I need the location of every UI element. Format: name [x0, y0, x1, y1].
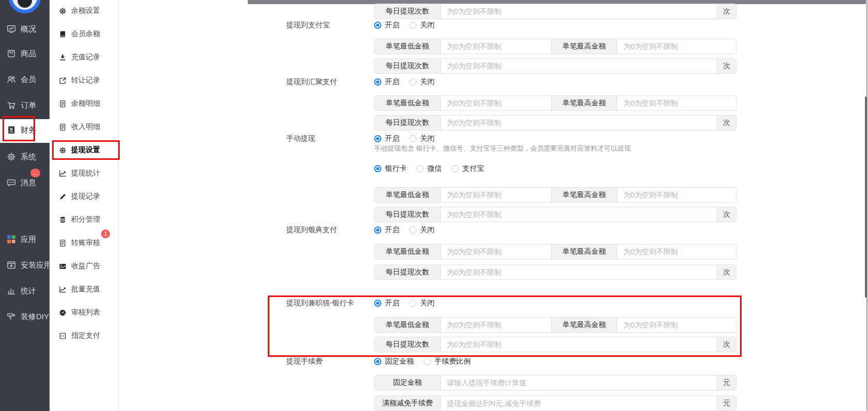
dashboard-icon	[59, 309, 67, 317]
submenu-item-提现统计[interactable]: 提现统计	[50, 166, 119, 181]
radio-option-支付宝[interactable]: 支付宝	[452, 164, 484, 173]
text-input[interactable]	[441, 116, 717, 130]
input-suffix: 次	[717, 59, 736, 73]
radio-icon[interactable]	[374, 78, 381, 86]
radio-option-开启[interactable]: 开启	[374, 134, 399, 143]
input-group-label: 单笔最高金额	[551, 96, 617, 110]
sidebar-item-财务[interactable]: 财务	[0, 121, 50, 139]
radio-option-固定金额[interactable]: 固定金额	[374, 357, 414, 366]
手动提现-radio-group: 开启关闭	[374, 134, 444, 143]
submenu-item-收益广告[interactable]: 收益广告	[50, 258, 119, 274]
submenu-item-转账审核[interactable]: 转账审核	[50, 235, 119, 251]
submenu-item-积分管理[interactable]: 积分管理	[50, 212, 119, 227]
text-input[interactable]	[617, 318, 736, 332]
radio-icon[interactable]	[424, 358, 431, 365]
text-input[interactable]	[441, 4, 717, 19]
radio-icon[interactable]	[409, 78, 416, 86]
radio-icon[interactable]	[416, 165, 424, 172]
sidebar-item-概况[interactable]: 概况	[0, 20, 50, 38]
system-icon	[7, 152, 16, 161]
sidebar-item-会员[interactable]: 会员	[0, 71, 50, 88]
submenu-item-充值记录[interactable]: 充值记录	[50, 50, 119, 65]
text-input[interactable]	[441, 375, 717, 390]
radio-option-银行卡[interactable]: 银行卡	[374, 164, 407, 173]
radio-option-开启[interactable]: 开启	[374, 225, 399, 235]
submenu-item-余额设置[interactable]: 余额设置	[50, 3, 119, 19]
radio-label: 开启	[385, 77, 399, 87]
sidebar-item-label: 商品	[21, 49, 36, 59]
radio-label: 关闭	[420, 134, 435, 143]
input-suffix: 元	[717, 375, 736, 390]
text-input[interactable]	[617, 244, 736, 259]
text-input[interactable]	[441, 396, 717, 410]
text-input[interactable]	[441, 244, 551, 259]
sidebar-item-安装应用[interactable]: 安装应用	[0, 256, 50, 274]
radio-option-开启[interactable]: 开启	[374, 299, 399, 308]
radio-icon[interactable]	[374, 165, 381, 172]
sidebar-item-label: 系统	[21, 152, 36, 162]
input-group-row: 每日提现次数次	[374, 115, 736, 130]
sidebar-item-订单[interactable]: 订单	[0, 96, 50, 114]
submenu-item-提现记录[interactable]: 提现记录	[50, 189, 119, 204]
text-input[interactable]	[617, 96, 736, 110]
input-group-label: 单笔最高金额	[551, 244, 617, 259]
radio-option-关闭[interactable]: 关闭	[409, 77, 435, 87]
radio-icon[interactable]	[452, 165, 459, 172]
text-input[interactable]	[441, 318, 551, 332]
radio-icon[interactable]	[409, 22, 416, 29]
sidebar-item-label: 财务	[21, 125, 36, 135]
gear-icon	[59, 7, 67, 15]
text-input[interactable]	[441, 39, 551, 54]
input-suffix: 次	[717, 4, 736, 19]
submenu-item-会员余额[interactable]: 会员余额	[50, 26, 119, 42]
submenu-item-批量充值[interactable]: 批量充值	[50, 282, 119, 297]
text-input[interactable]	[617, 188, 736, 202]
radio-icon[interactable]	[374, 22, 381, 29]
sidebar-item-应用[interactable]: 应用	[0, 231, 50, 248]
radio-option-开启[interactable]: 开启	[374, 21, 399, 30]
sidebar-item-系统[interactable]: 系统	[0, 148, 50, 166]
input-group-row: 单笔最低金额单笔最高金额	[374, 39, 736, 54]
radio-option-关闭[interactable]: 关闭	[409, 21, 435, 30]
radio-icon[interactable]	[409, 135, 416, 142]
text-input[interactable]	[441, 207, 717, 222]
submenu-item-指定支付[interactable]: 指定支付	[50, 328, 119, 343]
radio-icon[interactable]	[374, 300, 381, 307]
submenu-item-label: 余额设置	[71, 6, 100, 15]
help-text: 手动提现包含 银行卡、微信号、支付宝等三种类型，会员需要完善对应资料才可以提现	[374, 144, 631, 153]
radio-icon[interactable]	[409, 226, 416, 234]
text-input[interactable]	[441, 188, 551, 202]
text-input[interactable]	[441, 265, 717, 280]
image-icon	[59, 262, 67, 270]
radio-icon[interactable]	[374, 358, 381, 365]
radio-option-关闭[interactable]: 关闭	[409, 299, 435, 308]
radio-option-手续费比例[interactable]: 手续费比例	[424, 357, 471, 366]
sidebar-item-商品[interactable]: 商品	[0, 45, 50, 62]
radio-label: 关闭	[420, 77, 435, 87]
input-suffix: 次	[717, 337, 736, 352]
text-input[interactable]	[441, 337, 717, 352]
submenu-item-收入明细[interactable]: 收入明细	[50, 119, 119, 135]
submenu-item-转让记录[interactable]: 转让记录	[50, 73, 119, 88]
scrollbar-thumb[interactable]	[865, 96, 867, 298]
submenu-item-提现设置[interactable]: 提现设置	[50, 142, 119, 158]
radio-icon[interactable]	[374, 135, 381, 142]
sidebar-item-统计[interactable]: 统计	[0, 282, 50, 300]
radio-option-微信[interactable]: 微信	[416, 164, 442, 173]
input-group-label: 单笔最低金额	[375, 96, 441, 110]
radio-option-关闭[interactable]: 关闭	[409, 225, 435, 235]
sidebar-item-装修DIY[interactable]: 装修DIY	[0, 308, 50, 325]
radio-option-开启[interactable]: 开启	[374, 77, 399, 87]
count-badge: 1	[101, 229, 110, 238]
content-area: 每日提现次数次提现到支付宝开启关闭单笔最低金额单笔最高金额每日提现次数次提现到汇…	[119, 0, 866, 411]
submenu-item-余额明细[interactable]: 余额明细	[50, 96, 119, 111]
text-input[interactable]	[617, 39, 736, 54]
text-input[interactable]	[441, 59, 717, 73]
submenu-item-审核列表[interactable]: 审核列表	[50, 305, 119, 320]
avatar[interactable]	[9, 0, 41, 13]
radio-option-关闭[interactable]: 关闭	[409, 134, 435, 143]
sidebar-item-消息[interactable]: 消息	[0, 174, 50, 191]
radio-icon[interactable]	[409, 300, 416, 307]
text-input[interactable]	[441, 96, 551, 110]
radio-icon[interactable]	[374, 226, 381, 234]
